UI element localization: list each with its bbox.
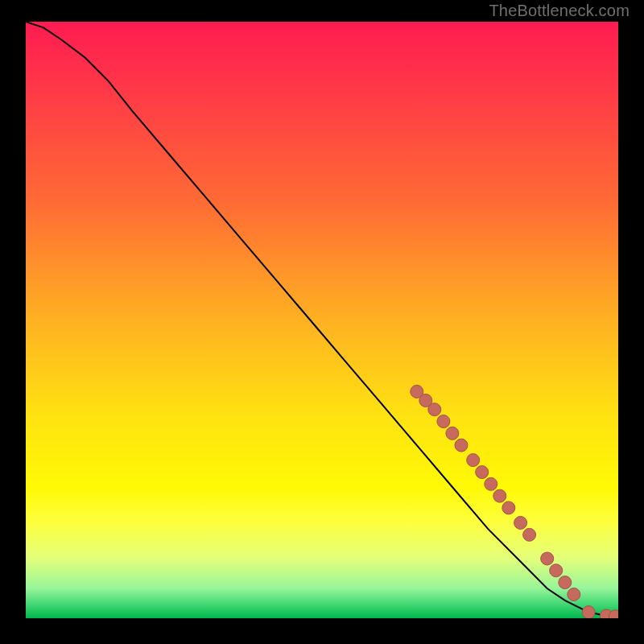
bottleneck-curve-path: [26, 22, 618, 617]
chart-frame: TheBottleneck.com: [0, 0, 644, 644]
data-marker: [428, 403, 441, 416]
data-marker: [437, 415, 450, 428]
data-marker: [582, 606, 595, 618]
data-marker: [550, 564, 563, 577]
data-marker: [514, 516, 527, 529]
data-markers: [411, 385, 618, 618]
data-marker: [493, 489, 506, 502]
attribution-label: TheBottleneck.com: [489, 2, 630, 20]
data-marker: [455, 439, 468, 452]
plot-area: [26, 22, 618, 618]
data-marker: [476, 466, 489, 479]
data-marker: [568, 588, 580, 601]
data-marker: [446, 427, 459, 440]
data-marker: [502, 502, 515, 514]
data-marker: [541, 552, 554, 565]
data-marker: [523, 528, 536, 541]
data-marker: [467, 454, 480, 467]
data-marker: [559, 576, 572, 589]
chart-overlay: [26, 22, 618, 618]
data-marker: [485, 477, 497, 490]
